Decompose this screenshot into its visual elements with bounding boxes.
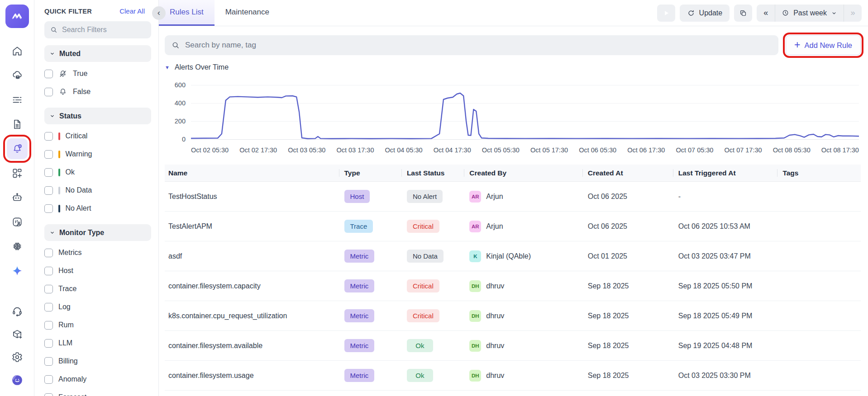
sidebar-item-ai-sparkle[interactable]: [7, 260, 28, 281]
sidebar-item-home[interactable]: [7, 41, 28, 61]
filter-search-input[interactable]: [62, 26, 146, 34]
rule-name[interactable]: container.filesystem.capacity: [168, 282, 261, 290]
filter-option-ok[interactable]: Ok: [44, 163, 151, 181]
table-row[interactable]: TestAlertAPMTraceCriticalARArjunOct 06 2…: [165, 212, 861, 241]
checkbox[interactable]: [44, 393, 53, 396]
sidebar-item-alerts-bell[interactable]: [7, 138, 28, 159]
app-logo[interactable]: [5, 5, 29, 28]
sidebar-item-infra-chip[interactable]: [7, 236, 28, 257]
checkbox[interactable]: [44, 321, 53, 330]
filter-option-critical[interactable]: Critical: [44, 127, 151, 145]
column-header-name[interactable]: Name: [165, 165, 339, 181]
chart-collapse-toggle[interactable]: ▼ Alerts Over Time: [165, 63, 859, 71]
filter-option-true[interactable]: True: [44, 65, 151, 83]
checkbox[interactable]: [44, 132, 53, 141]
sidebar-item-support-headset[interactable]: [7, 301, 28, 321]
filter-option-log[interactable]: Log: [44, 298, 151, 316]
copy-button[interactable]: [734, 5, 752, 22]
filter-option-rum[interactable]: Rum: [44, 316, 151, 334]
sidebar-item-bot[interactable]: [7, 187, 28, 208]
checkbox[interactable]: [44, 168, 53, 177]
rule-name[interactable]: container.filesystem.usage: [168, 372, 254, 380]
time-forward-button[interactable]: »: [844, 5, 862, 22]
filter-search[interactable]: [44, 21, 151, 38]
sidebar-item-integrations-box[interactable]: [7, 324, 28, 344]
table-header-row: NameTypeLast StatusCreated ByCreated AtL…: [165, 165, 861, 182]
checkbox[interactable]: [44, 303, 53, 311]
filter-option-anomaly[interactable]: Anomaly: [44, 370, 151, 388]
time-back-button[interactable]: «: [757, 5, 775, 22]
sidebar-item-cloud-resources[interactable]: [7, 65, 28, 86]
rules-search[interactable]: [165, 35, 778, 55]
checkbox[interactable]: [44, 267, 53, 275]
table-row[interactable]: container.filesystem.usageMetricOkDHdhru…: [165, 361, 861, 391]
column-header-last-status[interactable]: Last Status: [401, 165, 464, 181]
triangle-down-icon: ▼: [165, 65, 170, 70]
checkbox[interactable]: [44, 204, 53, 213]
rule-name[interactable]: asdf: [168, 252, 182, 260]
rule-name[interactable]: TestAlertAPM: [168, 222, 212, 231]
checkbox[interactable]: [44, 285, 53, 293]
x-axis-tick: Oct 02 17:30: [239, 146, 277, 154]
rules-search-input[interactable]: [185, 41, 772, 50]
column-header-created-by[interactable]: Created By: [464, 165, 582, 181]
checkbox[interactable]: [44, 186, 53, 195]
table-row[interactable]: TestHostStatusHostNo AlertARArjunOct 06 …: [165, 182, 861, 212]
creator-name: dhruv: [486, 282, 504, 290]
infra-chip-icon: [11, 240, 23, 252]
sidebar-item-settings-gear[interactable]: [7, 347, 28, 368]
column-header-created-at[interactable]: Created At: [582, 165, 673, 181]
filter-option-forecast[interactable]: Forecast: [44, 388, 151, 396]
filter-section-monitor-type[interactable]: Monitor Type: [44, 224, 151, 241]
last-triggered-at-cell: Sep 18 2025 05:50 PM: [673, 282, 777, 290]
checkbox[interactable]: [44, 88, 53, 96]
rule-name[interactable]: TestHostStatus: [168, 193, 217, 201]
sidebar-item-dashboards-add[interactable]: [7, 163, 28, 184]
tab-rules-list[interactable]: Rules List: [159, 0, 215, 26]
checkbox[interactable]: [44, 249, 53, 257]
checkbox[interactable]: [44, 339, 53, 348]
checkbox[interactable]: [44, 150, 53, 159]
column-header-type[interactable]: Type: [339, 165, 401, 181]
time-range-button[interactable]: Past week: [775, 5, 844, 22]
filter-option-no-data[interactable]: No Data: [44, 181, 151, 199]
column-header-tags[interactable]: Tags: [777, 165, 861, 181]
checkbox[interactable]: [44, 375, 53, 384]
filter-option-llm[interactable]: LLM: [44, 334, 151, 352]
filter-section-muted[interactable]: Muted: [44, 45, 151, 62]
table-row[interactable]: container.filesystem.availableMetricOkDH…: [165, 331, 861, 361]
rule-name[interactable]: k8s.container.cpu_request_utilization: [168, 312, 287, 320]
status-badge: Ok: [407, 339, 433, 352]
clear-all-link[interactable]: Clear All: [119, 7, 145, 15]
filter-option-host[interactable]: Host: [44, 262, 151, 280]
filter-section-label: Status: [59, 112, 81, 120]
filter-option-no-alert[interactable]: No Alert: [44, 199, 151, 217]
topbar-actions: Update « Past week »: [657, 0, 862, 26]
sidebar-item-document[interactable]: [7, 114, 28, 135]
chevron-down-icon: [831, 10, 837, 16]
column-header-last-triggered-at[interactable]: Last Triggered At: [673, 165, 777, 181]
tab-maintenance[interactable]: Maintenance: [215, 0, 280, 26]
add-new-rule-button[interactable]: + Add New Rule: [786, 35, 861, 55]
type-badge: Metric: [344, 279, 375, 292]
last-triggered-at-cell: Oct 03 2025 03:47 PM: [673, 252, 777, 260]
sidebar-item-user-avatar[interactable]: [7, 370, 28, 391]
filter-option-trace[interactable]: Trace: [44, 280, 151, 298]
rule-name[interactable]: container.filesystem.available: [168, 342, 262, 350]
play-button[interactable]: [657, 5, 675, 22]
sidebar-item-session-replay[interactable]: [7, 212, 28, 232]
gridline: [191, 139, 859, 140]
filter-option-false[interactable]: False: [44, 83, 151, 101]
checkbox[interactable]: [44, 357, 53, 366]
sidebar-item-logs[interactable]: [7, 90, 28, 110]
checkbox[interactable]: [44, 70, 53, 78]
filter-option-warning[interactable]: Warning: [44, 145, 151, 163]
table-row[interactable]: asdfMetricNo DataKKinjal (QAble)Oct 01 2…: [165, 241, 861, 271]
update-button[interactable]: Update: [680, 5, 730, 22]
table-row[interactable]: container.filesystem.capacityMetricCriti…: [165, 271, 861, 301]
filter-option-billing[interactable]: Billing: [44, 352, 151, 370]
filter-option-metrics[interactable]: Metrics: [44, 244, 151, 262]
collapse-panel-button[interactable]: ‹: [152, 6, 166, 20]
filter-section-status[interactable]: Status: [44, 108, 151, 124]
table-row[interactable]: k8s.container.cpu_request_utilizationMet…: [165, 301, 861, 331]
